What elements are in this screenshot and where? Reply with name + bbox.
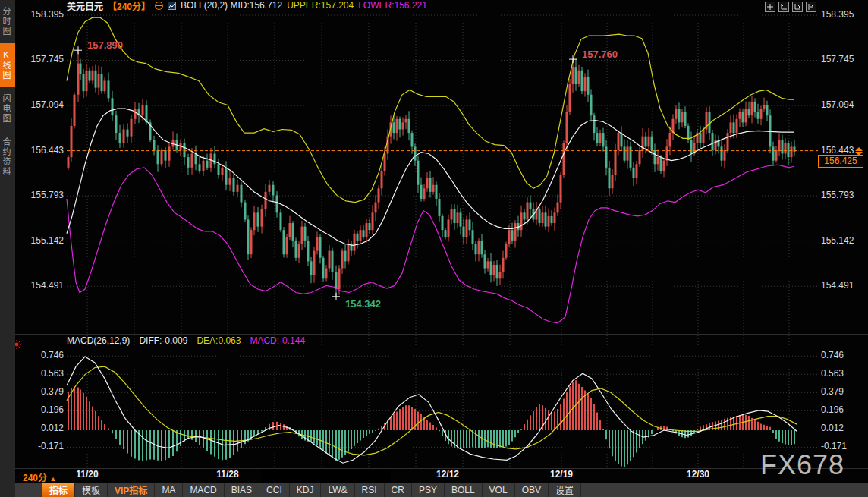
fx678-watermark: FX678: [760, 449, 844, 481]
price-axis-label-right: 0.379: [821, 386, 865, 397]
tab-MACD[interactable]: MACD: [183, 483, 224, 497]
tab-设置[interactable]: 设置: [549, 483, 581, 497]
svg-text:157.890: 157.890: [87, 39, 123, 51]
panel-divider: [15, 334, 868, 335]
date-axis-label: 11/28: [216, 469, 238, 480]
svg-text:154.342: 154.342: [345, 298, 381, 310]
trading-app-window: 157.890157.760154.342 分时图K线图闪电图合约资料 美元日元…: [0, 0, 868, 497]
indicator-chart-icon: [168, 2, 176, 10]
price-axis-label-right: 0.563: [821, 368, 865, 379]
price-axis-label-right: 0.196: [821, 404, 865, 415]
zoom-y-axis-icon[interactable]: [792, 2, 803, 12]
tab-RSI[interactable]: RSI: [355, 483, 385, 497]
price-axis-label-left: 0.012: [20, 423, 64, 433]
crosshair-icon[interactable]: [765, 2, 775, 12]
price-axis-label-right: 0.746: [821, 350, 865, 360]
price-axis-label-left: 157.094: [20, 99, 64, 110]
tab-VOL[interactable]: VOL: [483, 483, 515, 497]
sidebar-item-闪电图[interactable]: 闪电图: [0, 87, 15, 131]
tab-KDJ[interactable]: KDJ: [290, 483, 322, 497]
zoom-x-axis-icon[interactable]: [778, 2, 789, 12]
sidebar-item-分时图[interactable]: 分时图: [0, 0, 15, 43]
price-axis-label-left: 156.443: [20, 145, 64, 156]
instrument-info-bar: 美元日元 【240分】 BOLL(20,2) MID:156.712 UPPER…: [67, 0, 427, 11]
price-axis-label-left: 0.379: [20, 386, 64, 397]
tab-BIAS[interactable]: BIAS: [225, 483, 259, 497]
price-axis-label-left: -0.171: [20, 441, 64, 451]
timeframe-badge[interactable]: 240分 ▲: [23, 470, 56, 483]
price-axis-label-right: 157.094: [821, 99, 865, 110]
macd-hist-readout: MACD:-0.144: [250, 335, 305, 346]
last-price-tag: 156.425: [818, 155, 863, 168]
tab-PSY[interactable]: PSY: [412, 483, 445, 497]
price-axis-label-right: 158.395: [821, 9, 865, 20]
macd-dea-readout: DEA:0.063: [197, 335, 241, 346]
price-axis-label-right: 157.745: [821, 54, 865, 64]
symbol-name: 美元日元: [67, 0, 103, 12]
chart-type-sidebar: 分时图K线图闪电图合约资料: [0, 0, 15, 497]
sidebar-item-合约资料[interactable]: 合约资料: [0, 131, 15, 184]
tab-OBV[interactable]: OBV: [515, 483, 549, 497]
price-axis-label-left: 154.491: [20, 280, 64, 291]
boll-mid-readout: BOLL(20,2) MID:156.712: [181, 0, 282, 11]
pan-right-icon[interactable]: [806, 2, 816, 12]
candlestick-chart-canvas[interactable]: 157.890157.760154.342: [0, 0, 868, 497]
price-axis-label-left: 0.563: [20, 368, 64, 379]
price-axis-label-left: 155.142: [20, 235, 64, 246]
svg-text:157.760: 157.760: [582, 49, 618, 60]
price-axis-label-left: 0.196: [20, 404, 64, 415]
boll-upper-readout: UPPER:157.204: [287, 0, 354, 11]
collapse-indicator-icon[interactable]: [155, 2, 163, 10]
price-axis-label-left: 155.793: [20, 190, 64, 200]
macd-diff-readout: DIFF:-0.009: [139, 335, 187, 346]
tab-LW&[interactable]: LW&: [321, 483, 354, 497]
price-axis-label-right: 155.793: [821, 190, 865, 200]
macd-title: MACD(26,12,9): [67, 335, 130, 346]
redaction-box: [262, 470, 391, 483]
date-axis-label: 12/30: [687, 469, 709, 480]
tab-指标[interactable]: 指标: [42, 483, 75, 497]
chart-toolbar: [765, 2, 816, 12]
price-scale-arrows-icon[interactable]: [855, 147, 863, 156]
timeframe-text: 240分: [23, 473, 47, 483]
tab-VIP指标[interactable]: VIP指标: [108, 483, 155, 497]
price-axis-label-left: 158.395: [20, 9, 64, 20]
tab-CCI[interactable]: CCI: [259, 483, 290, 497]
price-axis-label-left: 0.746: [20, 350, 64, 360]
tab-BOLL[interactable]: BOLL: [445, 483, 483, 497]
tab-MA[interactable]: MA: [155, 483, 183, 497]
date-axis-label: 11/20: [76, 469, 98, 480]
price-axis-label-right: 154.491: [821, 280, 865, 291]
price-axis-label-right: 0.012: [821, 423, 865, 433]
boll-lower-readout: LOWER:156.221: [358, 0, 427, 11]
macd-indicator-header: MACD(26,12,9) DIFF:-0.009 DEA:0.063 MACD…: [67, 335, 305, 346]
price-axis-label-right: 155.142: [821, 235, 865, 246]
tab-CR[interactable]: CR: [385, 483, 412, 497]
date-axis-label: 12/12: [436, 469, 459, 480]
timeframe-up-arrow-icon: ▲: [49, 475, 56, 483]
price-axis-label-left: 157.745: [20, 54, 64, 64]
tab-模板[interactable]: 模板: [75, 483, 108, 497]
sidebar-item-K线图[interactable]: K线图: [0, 43, 15, 87]
indicator-tab-bar: 指标模板VIP指标MAMACDBIASCCIKDJLW&RSICRPSYBOLL…: [15, 483, 868, 497]
date-axis-label: 12/19: [550, 469, 573, 480]
period-label[interactable]: 【240分】: [108, 0, 150, 12]
